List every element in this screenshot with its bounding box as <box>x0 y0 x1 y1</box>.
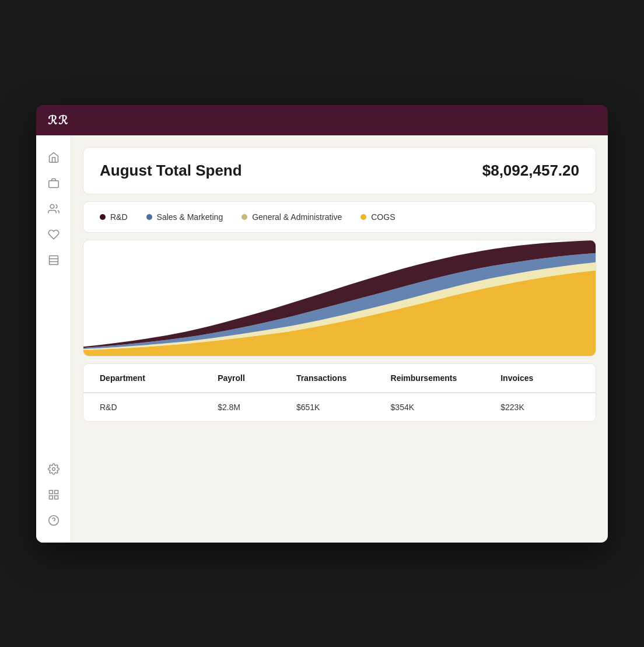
app-logo: ℛℛ <box>48 113 69 127</box>
col-department: Department <box>100 373 218 383</box>
svg-point-1 <box>50 204 54 208</box>
legend-dot-cogs <box>360 214 366 220</box>
total-amount: $8,092,457.20 <box>482 162 579 180</box>
settings-icon[interactable] <box>43 459 64 480</box>
table-card: Department Payroll Transactions Reimburs… <box>83 363 596 422</box>
legend-label-rd: R&D <box>110 212 128 222</box>
cell-reimbursements: $354K <box>391 403 501 412</box>
main-area: August Total Spend $8,092,457.20 R&D Sal… <box>36 135 608 543</box>
col-reimbursements: Reimbursements <box>391 373 501 383</box>
home-icon[interactable] <box>43 147 64 168</box>
table-row: R&D $2.8M $651K $354K $223K <box>83 393 596 421</box>
col-payroll: Payroll <box>218 373 296 383</box>
page-title: August Total Spend <box>100 162 242 180</box>
cell-invoices: $223K <box>501 403 579 412</box>
legend-label-sales: Sales & Marketing <box>157 212 223 222</box>
sidebar <box>36 135 71 543</box>
book-icon[interactable] <box>43 250 64 271</box>
col-invoices: Invoices <box>501 373 579 383</box>
content-area: August Total Spend $8,092,457.20 R&D Sal… <box>71 135 608 543</box>
header-card: August Total Spend $8,092,457.20 <box>83 147 596 194</box>
legend-item-cogs: COGS <box>360 212 395 222</box>
svg-rect-7 <box>54 490 58 494</box>
app-window: ℛℛ <box>36 105 608 543</box>
widgets-icon[interactable] <box>43 484 64 505</box>
briefcase-icon[interactable] <box>43 173 64 194</box>
legend-dot-ga <box>242 214 247 220</box>
help-icon[interactable] <box>43 510 64 531</box>
heart-icon[interactable] <box>43 224 64 245</box>
titlebar: ℛℛ <box>36 105 608 135</box>
cell-transactions: $651K <box>296 403 391 412</box>
chart-card <box>83 240 596 356</box>
svg-rect-2 <box>49 256 58 264</box>
svg-rect-0 <box>48 180 58 187</box>
area-chart <box>83 240 596 356</box>
col-transactions: Transactions <box>296 373 391 383</box>
svg-point-5 <box>52 467 55 470</box>
legend-item-ga: General & Administrative <box>242 212 342 222</box>
legend-dot-rd <box>100 214 106 220</box>
svg-point-10 <box>48 515 58 525</box>
legend-label-cogs: COGS <box>371 212 395 222</box>
cell-payroll: $2.8M <box>218 403 296 412</box>
legend-dot-sales <box>146 214 152 220</box>
table-header: Department Payroll Transactions Reimburs… <box>83 364 596 393</box>
svg-rect-9 <box>49 495 52 499</box>
people-icon[interactable] <box>43 198 64 219</box>
svg-rect-6 <box>49 490 52 494</box>
legend-item-rd: R&D <box>100 212 128 222</box>
legend-item-sales: Sales & Marketing <box>146 212 223 222</box>
svg-rect-8 <box>54 495 58 499</box>
cell-department: R&D <box>100 403 218 412</box>
legend-card: R&D Sales & Marketing General & Administ… <box>83 201 596 233</box>
legend-label-ga: General & Administrative <box>252 212 342 222</box>
